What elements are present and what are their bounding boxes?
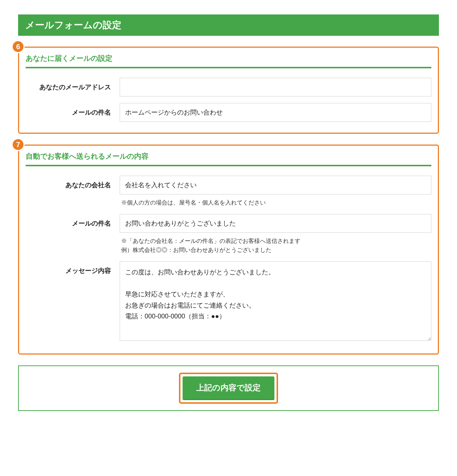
- label-message-body: メッセージ内容: [26, 261, 120, 275]
- row-your-email: あなたのメールアドレス: [26, 78, 431, 97]
- input-company-name[interactable]: [120, 176, 431, 194]
- input-incoming-subject[interactable]: [120, 103, 431, 122]
- section-heading: あなたに届くメールの設定: [26, 51, 431, 68]
- submit-highlight: 上記の内容で設定: [179, 373, 278, 404]
- input-your-email[interactable]: [120, 78, 431, 97]
- input-reply-subject[interactable]: [120, 214, 431, 233]
- submit-button[interactable]: 上記の内容で設定: [183, 376, 274, 400]
- row-message-body: メッセージ内容: [26, 261, 431, 343]
- label-reply-subject: メールの件名: [26, 214, 120, 228]
- step-badge-7: 7: [12, 138, 25, 151]
- row-company-name: あなたの会社名 ※個人の方の場合は、屋号名・個人名を入れてください: [26, 176, 431, 207]
- label-your-email: あなたのメールアドレス: [26, 78, 120, 91]
- row-reply-subject: メールの件名 ※「あなたの会社名：メールの件名」の表記でお客様へ送信されます 例…: [26, 214, 431, 255]
- hint-company-name: ※個人の方の場合は、屋号名・個人名を入れてください: [120, 194, 431, 207]
- section-box: 自動でお客様へ送られるメールの内容 あなたの会社名 ※個人の方の場合は、屋号名・…: [18, 145, 439, 355]
- hint-reply-subject: ※「あなたの会社名：メールの件名」の表記でお客様へ送信されます 例）株式会社◎◎…: [120, 233, 431, 255]
- section-incoming-mail: 6 あなたに届くメールの設定 あなたのメールアドレス メールの件名: [18, 47, 439, 134]
- section-box: あなたに届くメールの設定 あなたのメールアドレス メールの件名: [18, 47, 439, 134]
- section-auto-reply: 7 自動でお客様へ送られるメールの内容 あなたの会社名 ※個人の方の場合は、屋号…: [18, 145, 439, 355]
- page-title: メールフォームの設定: [18, 14, 439, 36]
- hint-line-2: 例）株式会社◎◎：お問い合わせありがとうございました: [121, 247, 272, 253]
- submit-container: 上記の内容で設定: [18, 365, 439, 411]
- label-incoming-subject: メールの件名: [26, 103, 120, 117]
- row-incoming-subject: メールの件名: [26, 103, 431, 122]
- section-heading: 自動でお客様へ送られるメールの内容: [26, 149, 431, 166]
- step-badge-6: 6: [12, 40, 25, 53]
- hint-line-1: ※「あなたの会社名：メールの件名」の表記でお客様へ送信されます: [121, 238, 300, 244]
- label-company-name: あなたの会社名: [26, 176, 120, 189]
- textarea-message-body[interactable]: [120, 261, 431, 341]
